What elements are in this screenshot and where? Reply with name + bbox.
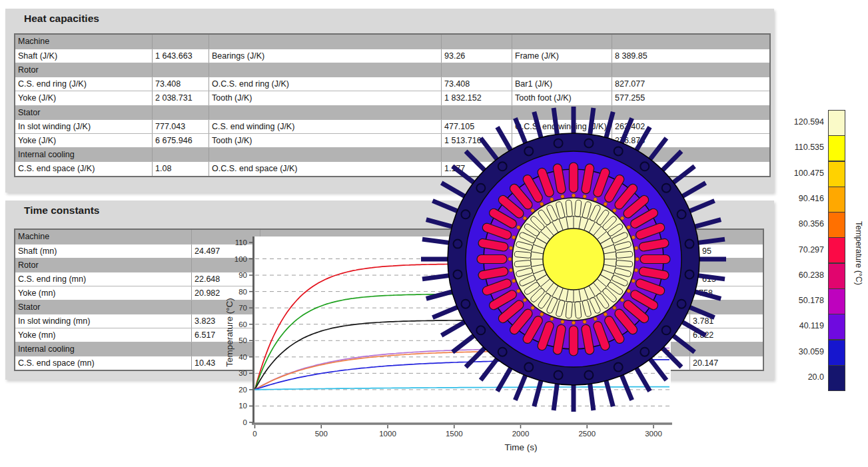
value-cell: 5.121 E-2 [612, 162, 769, 176]
label-cell [533, 244, 689, 258]
value-cell: 1 832.152 [441, 91, 512, 105]
section-label [512, 148, 612, 162]
section-label [152, 106, 209, 120]
section-label [512, 63, 612, 77]
section-label [612, 148, 769, 162]
label-cell: In slot winding (mn) [15, 314, 191, 328]
x-tick-label: 1500 [446, 430, 463, 438]
section-label [512, 35, 612, 49]
label-cell: Bar1 (J/K) [512, 77, 612, 91]
section-label [191, 342, 260, 356]
label-cell: Shaft (J/K) [15, 49, 152, 63]
section-row: Internal cooling [15, 147, 769, 162]
label-cell [533, 314, 689, 328]
label-cell [533, 328, 689, 342]
table-row: Yoke (mn)6.5176.822 [15, 328, 763, 342]
colorbar-title: Temperature (°C) [853, 200, 863, 306]
value-cell: 22.648 [191, 272, 260, 286]
label-cell: O.C.S. end winding (J/K) [512, 120, 612, 134]
section-label: Internal cooling [15, 342, 191, 356]
value-cell: 95 [689, 244, 763, 258]
label-cell [260, 314, 466, 328]
value-cell [466, 244, 533, 258]
colorbar-tick-label: 20.0 [783, 372, 824, 382]
label-cell [260, 272, 466, 286]
value-cell: 758 [689, 286, 763, 300]
x-tick-label: 2500 [578, 430, 596, 438]
section-row: Internal cooling [15, 342, 763, 356]
value-cell [466, 328, 533, 342]
label-cell: Yoke (J/K) [15, 134, 152, 148]
value-cell: 93.26 [441, 49, 512, 63]
value-cell: 8 389.85 [612, 49, 769, 63]
section-label [689, 342, 763, 356]
section-label: Machine [15, 230, 191, 244]
x-tick-label: 3000 [645, 430, 662, 438]
section-label [466, 230, 533, 244]
label-cell: In slot winding (J/K) [15, 120, 152, 134]
label-cell [512, 162, 612, 176]
label-cell: Tooth (J/K) [209, 134, 441, 148]
section-label [191, 300, 260, 314]
section-label [441, 148, 512, 162]
section-label: Stator [15, 300, 191, 314]
time-constants-title: Time constants [24, 205, 99, 217]
value-cell: 20.147 [689, 356, 763, 370]
section-label [191, 230, 260, 244]
colorbar-segment [828, 314, 845, 340]
heat-capacities-table: MachineShaft (J/K)1 643.663Bearings (J/K… [14, 33, 771, 177]
label-cell [260, 286, 466, 300]
value-cell: 263.402 [612, 120, 769, 134]
value-cell: 2 038.731 [152, 91, 209, 105]
section-label [612, 106, 769, 120]
section-label [209, 35, 441, 49]
section-label [466, 258, 533, 272]
section-label [191, 258, 260, 272]
section-label [209, 63, 441, 77]
table-row: C.S. end space (J/K)1.08O.C.S. end space… [15, 161, 769, 176]
section-label [260, 300, 466, 314]
label-cell [260, 356, 466, 370]
frame-fin [532, 378, 544, 407]
section-label [152, 148, 209, 162]
heat-capacities-title: Heat capacities [24, 13, 99, 25]
colorbar-segment [828, 263, 845, 289]
value-cell: 3.781 [689, 314, 763, 328]
label-cell [512, 134, 612, 148]
section-label [689, 258, 763, 272]
slot-opening [560, 195, 564, 199]
value-cell: 73.408 [441, 77, 512, 91]
colorbar-tick-label: 120.594 [783, 117, 824, 127]
section-label [533, 342, 689, 356]
table-row: C.S. end ring (J/K)73.408O.C.S. end ring… [15, 77, 769, 91]
section-label [441, 106, 512, 120]
value-cell: 73.408 [152, 77, 209, 91]
y-tick-label: 20 [238, 386, 247, 394]
section-label [612, 63, 769, 77]
section-label: Machine [15, 35, 152, 49]
section-label [441, 63, 512, 77]
colorbar-tick-label: 90.416 [783, 194, 824, 203]
label-cell [533, 356, 689, 370]
x-tick-label: 0 [252, 430, 256, 438]
colorbar-tick-label: 100.475 [783, 169, 824, 178]
value-cell: 777.043 [152, 120, 209, 134]
section-label [152, 35, 209, 49]
section-row: Machine [15, 230, 763, 244]
value-cell [466, 356, 533, 370]
label-cell [260, 244, 466, 258]
section-row: Stator [15, 105, 769, 120]
section-label [533, 258, 689, 272]
time-constants-panel: Time constants MachineShaft (mn)24.49795… [5, 201, 774, 380]
value-cell: 1.08 [152, 162, 209, 176]
label-cell: C.S. end ring (mn) [15, 272, 191, 286]
section-label [260, 342, 466, 356]
slot-opening [582, 195, 586, 199]
section-label [209, 148, 441, 162]
value-cell [466, 314, 533, 328]
colorbar-tick-label: 60.238 [783, 270, 824, 280]
label-cell: O.C.S. end space (J/K) [209, 162, 441, 176]
x-tick-label: 1000 [379, 430, 396, 438]
label-cell: Yoke (mn) [15, 286, 191, 300]
colorbar-segment [828, 187, 845, 213]
